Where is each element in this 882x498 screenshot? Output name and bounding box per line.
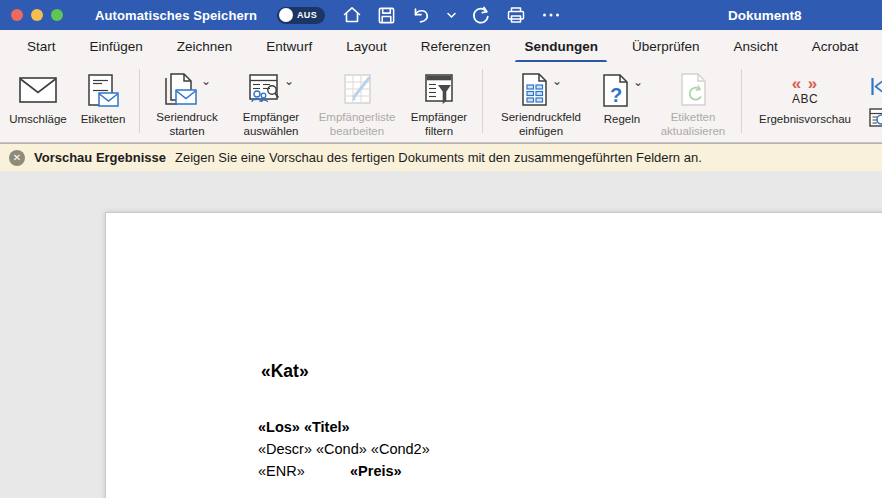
document-text: «Kat» «Los» «Titel» «Descr» «Cond» «Cond… — [258, 361, 430, 482]
filter-recipients-icon — [424, 74, 454, 105]
preview-results-infobar: ✕ Vorschau Ergebnisse Zeigen Sie eine Vo… — [0, 143, 882, 171]
first-record-icon[interactable] — [869, 76, 882, 97]
rules-icon: ? — [601, 74, 630, 107]
undo-icon[interactable] — [411, 5, 432, 25]
titlebar: Automatisches Speichern AUS — [0, 0, 882, 30]
etiketten-button[interactable]: Etiketten — [72, 62, 134, 138]
ribbon-divider — [482, 69, 483, 133]
autosave-toggle[interactable]: AUS — [277, 7, 325, 24]
insert-merge-field-icon — [520, 73, 549, 106]
close-window-button[interactable] — [11, 9, 23, 21]
select-recipients-icon — [248, 74, 281, 105]
minimize-window-button[interactable] — [31, 9, 43, 21]
svg-text:?: ? — [610, 84, 622, 106]
save-icon[interactable] — [377, 6, 396, 25]
empfaenger-auswaehlen-button[interactable]: ⌄ Empfänger auswählen — [229, 62, 313, 138]
ergebnisvorschau-button[interactable]: « » ABC Ergebnisvorschau — [747, 62, 863, 138]
update-labels-icon — [679, 73, 708, 106]
more-icon[interactable] — [541, 5, 561, 25]
tab-ansicht[interactable]: Ansicht — [717, 30, 795, 62]
tab-acrobat[interactable]: Acrobat — [795, 30, 876, 62]
ribbon-divider — [139, 69, 140, 133]
ribbon-divider — [741, 69, 742, 133]
seriendruck-starten-button[interactable]: ⌄ Seriendruck starten — [145, 62, 229, 138]
autosave-state: AUS — [297, 10, 317, 20]
autosave-label: Automatisches Speichern — [95, 8, 257, 23]
preview-results-icon: « » ABC — [792, 75, 819, 105]
labels-icon — [88, 74, 119, 107]
record-navigation: Em — [869, 62, 882, 128]
infobar-message: Zeigen Sie eine Vorschau des fertigen Do… — [175, 150, 702, 165]
ribbon: Umschläge Etiketten — [0, 62, 882, 143]
seriendruckfeld-einfuegen-button[interactable]: ⌄ Seriendruckfeld einfügen — [488, 62, 594, 138]
chevron-down-icon[interactable] — [447, 12, 456, 19]
tab-zeichnen[interactable]: Zeichnen — [160, 30, 250, 62]
window-controls — [11, 9, 63, 21]
tab-entwurf[interactable]: Entwurf — [249, 30, 329, 62]
find-recipient-button[interactable]: Em — [869, 108, 882, 128]
tab-einfuegen[interactable]: Einfügen — [73, 30, 160, 62]
find-recipient-icon — [869, 108, 882, 128]
regeln-button[interactable]: ? ⌄ Regeln — [594, 62, 650, 138]
zoom-window-button[interactable] — [51, 9, 63, 21]
empfaengerliste-bearbeiten-button: Empfängerliste bearbeiten — [313, 62, 401, 138]
document-page[interactable]: «Kat» «Los» «Titel» «Descr» «Cond» «Cond… — [105, 212, 882, 498]
tab-sendungen[interactable]: Sendungen — [507, 30, 615, 62]
infobar-title: Vorschau Ergebnisse — [34, 150, 166, 165]
home-icon[interactable] — [342, 5, 362, 25]
edit-recipient-list-icon — [341, 74, 374, 105]
chevron-down-icon: ⌄ — [552, 75, 562, 87]
start-mail-merge-icon — [163, 73, 198, 106]
merge-field-enr: «ENR» — [258, 460, 350, 482]
close-circle-icon[interactable]: ✕ — [9, 150, 25, 166]
merge-field-los-titel: «Los» «Titel» — [258, 416, 430, 438]
ribbon-group-start-merge: ⌄ Seriendruck starten — [145, 62, 477, 138]
toggle-knob — [279, 8, 293, 22]
envelope-icon — [19, 77, 57, 103]
merge-field-preis: «Preis» — [350, 463, 402, 479]
redo-icon[interactable] — [471, 5, 491, 25]
tab-layout[interactable]: Layout — [329, 30, 404, 62]
ribbon-group-fields: ⌄ Seriendruckfeld einfügen ? ⌄ Regeln — [488, 62, 736, 138]
tab-ueberpruefen[interactable]: Überprüfen — [615, 30, 717, 62]
chevron-down-icon: ⌄ — [201, 75, 211, 87]
ribbon-group-create: Umschläge Etiketten — [4, 62, 134, 138]
merge-field-descr-line: «Descr» «Cond» «Cond2» — [258, 438, 430, 460]
chevron-down-icon: ⌄ — [633, 76, 643, 88]
print-icon[interactable] — [506, 5, 526, 25]
tab-start[interactable]: Start — [10, 30, 73, 62]
document-canvas: «Kat» «Los» «Titel» «Descr» «Cond» «Cond… — [0, 171, 882, 498]
ribbon-tabbar: Start Einfügen Zeichnen Entwurf Layout R… — [0, 30, 882, 62]
merge-field-kat: «Kat» — [261, 361, 430, 382]
document-title: Dokument8 — [728, 0, 802, 30]
ribbon-group-preview: « » ABC Ergebnisvorschau — [747, 62, 882, 138]
empfaenger-filtern-button[interactable]: Empfänger filtern — [401, 62, 477, 138]
etiketten-aktualisieren-button: Etiketten aktualisieren — [650, 62, 736, 138]
chevron-down-icon: ⌄ — [284, 75, 294, 87]
merge-field-enr-preis: «ENR»«Preis» — [258, 460, 430, 482]
tab-referenzen[interactable]: Referenzen — [404, 30, 508, 62]
umschlaege-button[interactable]: Umschläge — [4, 62, 72, 138]
